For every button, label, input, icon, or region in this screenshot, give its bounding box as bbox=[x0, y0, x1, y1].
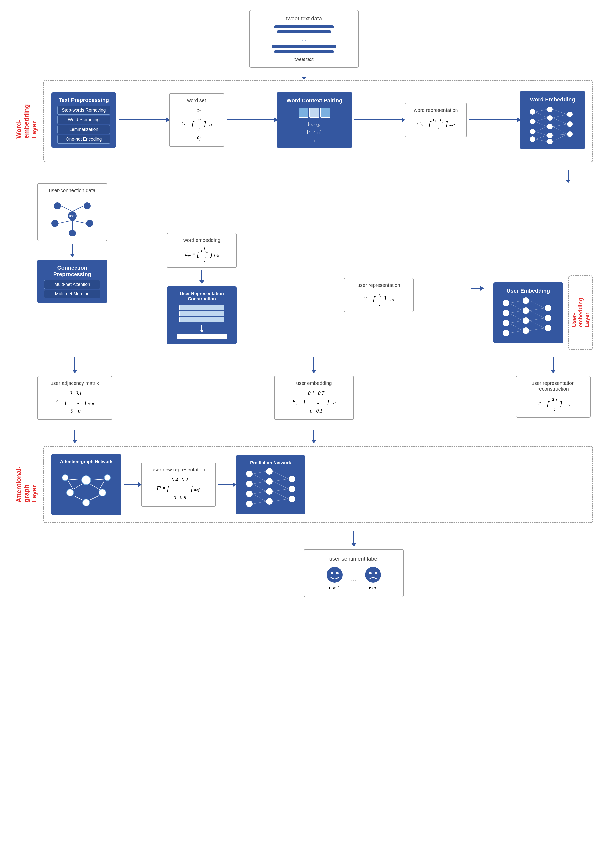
svg-line-93 bbox=[253, 494, 266, 501]
svg-point-84 bbox=[266, 498, 273, 505]
user-connection-box: user-connection data user bbox=[37, 183, 107, 241]
user-rep-recon-math: U' = [ u'1⋮ ] n×fk bbox=[520, 394, 586, 413]
word-embedding-output-box: word embedding Ew = [ e1w⋮ ] f×k bbox=[167, 233, 237, 268]
word-rep-title: word representation bbox=[409, 107, 462, 113]
svg-point-67 bbox=[62, 475, 68, 480]
svg-point-3 bbox=[530, 136, 535, 142]
svg-line-21 bbox=[553, 114, 567, 118]
svg-line-13 bbox=[535, 112, 547, 118]
user-rep-recon-box: user representation reconstruction U' = … bbox=[516, 376, 591, 418]
user-representation-box: user representation U = [ u1⋮ ] n×fk bbox=[344, 278, 414, 312]
svg-line-62 bbox=[529, 328, 545, 330]
svg-point-45 bbox=[522, 317, 529, 324]
user1-label: user1 bbox=[329, 586, 341, 591]
svg-point-103 bbox=[336, 572, 339, 574]
svg-line-98 bbox=[273, 489, 288, 491]
tweet-line-3 bbox=[272, 45, 336, 48]
user-rep-recon-title: user representation reconstruction bbox=[520, 380, 586, 392]
user-embedding-nn-svg bbox=[498, 296, 558, 338]
tweet-line-2 bbox=[277, 30, 331, 33]
svg-line-99 bbox=[273, 491, 288, 499]
svg-point-0 bbox=[530, 109, 535, 115]
user-network-svg: user bbox=[47, 196, 97, 236]
tweet-data-box: tweet-text data ... tweet text bbox=[249, 10, 359, 68]
svg-line-55 bbox=[509, 323, 522, 330]
attention-graph-svg bbox=[58, 465, 115, 510]
svg-line-22 bbox=[553, 118, 567, 124]
svg-point-106 bbox=[375, 572, 377, 574]
onehot-item: One-hot Encoding bbox=[57, 135, 110, 144]
svg-line-88 bbox=[253, 471, 266, 474]
user-rep-construction-title: User Representation Construction bbox=[171, 290, 233, 303]
svg-point-40 bbox=[502, 310, 509, 317]
user-new-rep-title: user new representation bbox=[146, 467, 211, 473]
happy-face-icon bbox=[326, 566, 344, 583]
word-representation-box: word representation Cp = [ ci cj⋮ ] m-2 bbox=[405, 103, 467, 137]
svg-point-104 bbox=[365, 567, 381, 583]
svg-line-95 bbox=[273, 471, 288, 479]
adjacency-matrix-box: user adjacency matrix A = [ 0 0.1 ... 0 … bbox=[37, 376, 112, 420]
user-rep-construction-box: User Representation Construction bbox=[167, 286, 237, 344]
svg-point-7 bbox=[547, 132, 553, 138]
word-context-pairing-box: Word Context Pairing ... ... [ci, ci,j] … bbox=[277, 92, 352, 148]
user1-sentiment: user1 bbox=[326, 566, 344, 591]
svg-line-35 bbox=[72, 206, 84, 211]
svg-point-32 bbox=[86, 220, 93, 227]
svg-line-97 bbox=[273, 481, 288, 489]
svg-line-19 bbox=[535, 139, 547, 142]
svg-line-74 bbox=[100, 480, 104, 490]
svg-line-50 bbox=[509, 301, 522, 303]
svg-point-4 bbox=[547, 106, 553, 112]
svg-line-54 bbox=[509, 321, 522, 323]
useri-label: user i bbox=[367, 586, 378, 591]
tweet-dots: ... bbox=[302, 36, 306, 42]
svg-line-23 bbox=[553, 124, 567, 127]
svg-line-37 bbox=[72, 220, 86, 223]
svg-point-6 bbox=[547, 124, 553, 130]
svg-point-44 bbox=[522, 307, 529, 314]
word-embedding-output-title: word embedding bbox=[171, 237, 232, 243]
sentiment-label-box: user sentiment label user1 ... bbox=[304, 549, 404, 597]
svg-line-18 bbox=[535, 135, 547, 139]
svg-point-5 bbox=[547, 115, 553, 121]
svg-line-60 bbox=[529, 318, 545, 321]
svg-point-1 bbox=[530, 119, 535, 125]
svg-line-12 bbox=[535, 109, 547, 112]
tweet-data-label: tweet-text data bbox=[255, 16, 353, 22]
word-set-title: word set bbox=[174, 98, 219, 103]
svg-point-29 bbox=[54, 202, 61, 209]
svg-point-42 bbox=[502, 330, 509, 336]
word-embedding-nn-svg bbox=[525, 104, 580, 144]
svg-line-24 bbox=[553, 127, 567, 134]
svg-line-69 bbox=[73, 484, 82, 489]
svg-point-9 bbox=[567, 111, 573, 117]
svg-line-96 bbox=[273, 479, 288, 481]
word-rep-math: Cp = [ ci cj⋮ ] m-2 bbox=[409, 116, 462, 133]
svg-point-31 bbox=[51, 220, 58, 227]
user-embedding-output-math: Eu = [ 0.1 0.7 ... 0 0.1 ] n×f bbox=[278, 389, 349, 415]
svg-point-65 bbox=[83, 499, 90, 506]
user-connection-title: user-connection data bbox=[42, 188, 103, 194]
svg-line-61 bbox=[529, 321, 545, 328]
svg-point-11 bbox=[567, 131, 573, 137]
svg-point-85 bbox=[288, 476, 295, 482]
user-embedding-box: User Embedding bbox=[493, 282, 563, 343]
stop-words-item: Stop-words Removing bbox=[57, 106, 110, 115]
svg-line-15 bbox=[535, 122, 547, 127]
svg-point-87 bbox=[288, 495, 295, 502]
word-context-pairing-title: Word Context Pairing bbox=[281, 96, 348, 105]
svg-point-49 bbox=[545, 325, 552, 332]
svg-point-8 bbox=[547, 139, 553, 144]
prediction-network-box: Prediction Network bbox=[236, 455, 305, 514]
word-set-math: C = [ c1c1⋮cf ] f×f bbox=[174, 106, 219, 143]
svg-line-53 bbox=[509, 313, 522, 321]
svg-line-92 bbox=[253, 491, 266, 494]
multi-net-merging-item: Multi-net Merging bbox=[44, 290, 101, 298]
user-new-rep-math: E' = [ 0.4 0.2 ... 0 0.8 ] n×f' bbox=[146, 475, 211, 502]
svg-point-78 bbox=[246, 480, 253, 487]
svg-point-47 bbox=[545, 305, 552, 312]
svg-point-63 bbox=[82, 476, 91, 485]
svg-line-52 bbox=[509, 311, 522, 313]
word-embedding-nn-title: Word Embedding bbox=[524, 95, 581, 104]
svg-line-100 bbox=[273, 499, 288, 501]
